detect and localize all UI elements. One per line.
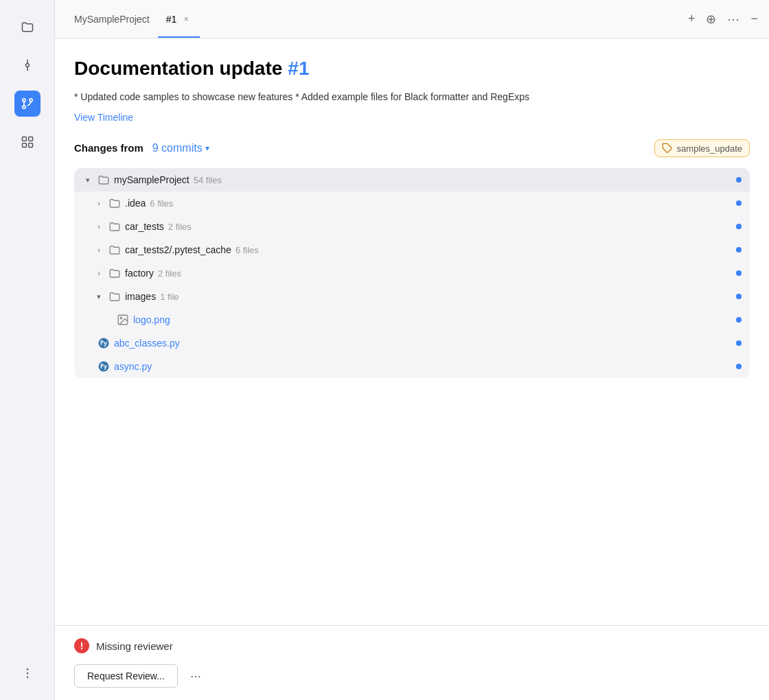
file-async-py-name: async.py: [114, 361, 152, 372]
root-folder-name: mySampleProject: [114, 174, 190, 185]
idea-dot: [736, 200, 742, 206]
topbar-actions: + ⊕ ⋯ −: [688, 12, 758, 27]
tab-project[interactable]: MySampleProject: [66, 0, 158, 38]
tab-project-label: MySampleProject: [74, 14, 150, 25]
python-icon-abc: Py: [97, 337, 110, 349]
pr-title-text: Documentation update: [74, 58, 282, 80]
chevron-down-icon: ▾: [82, 174, 93, 185]
changes-from-text: Changes from: [74, 142, 144, 154]
svg-point-5: [22, 106, 25, 108]
tag-icon: [662, 143, 673, 154]
svg-point-0: [25, 64, 29, 67]
tree-row-async-py[interactable]: Py async.py: [74, 355, 750, 378]
factory-dot: [736, 270, 742, 276]
root-dot: [736, 177, 742, 183]
error-icon: !: [74, 638, 89, 653]
view-timeline-link[interactable]: View Timeline: [74, 112, 133, 123]
svg-rect-7: [28, 137, 32, 141]
svg-rect-9: [28, 143, 32, 148]
sidebar-item-folder[interactable]: [14, 14, 41, 40]
more-actions-button[interactable]: ⋯: [186, 666, 205, 686]
svg-point-3: [22, 99, 25, 102]
python-icon-async: Py: [97, 360, 110, 373]
folder-images-count: 1 file: [160, 292, 179, 302]
sidebar-item-grid[interactable]: [14, 129, 41, 155]
folder-idea-name: .idea: [125, 198, 146, 209]
bottom-section: ! Missing reviewer Request Review... ⋯: [55, 625, 769, 700]
svg-text:Py: Py: [100, 340, 107, 347]
async-py-dot: [736, 364, 742, 369]
overflow-menu-button[interactable]: ⋯: [727, 12, 739, 27]
folder-factory-name: factory: [125, 268, 154, 279]
tag-label: samples_update: [677, 143, 742, 154]
svg-point-10: [26, 668, 28, 670]
sidebar-item-more[interactable]: [14, 660, 41, 686]
add-button[interactable]: +: [688, 12, 696, 26]
image-file-icon: [117, 314, 129, 326]
tree-row-car-tests[interactable]: › car_tests 2 files: [74, 215, 750, 238]
folder-icon-idea: [108, 197, 121, 209]
topbar: MySampleProject #1 × + ⊕ ⋯ −: [55, 0, 769, 38]
tab-pr-label: #1: [166, 14, 177, 25]
file-tree: ▾ mySampleProject 54 files › .idea 6 fil…: [74, 168, 750, 378]
chevron-right-icon-car-tests: ›: [93, 221, 104, 232]
abc-classes-dot: [736, 340, 742, 346]
root-folder-count: 54 files: [194, 175, 222, 185]
folder-icon-images: [108, 290, 121, 303]
chevron-right-icon-factory: ›: [93, 268, 104, 279]
svg-rect-6: [22, 137, 26, 141]
tree-row-pytest-cache[interactable]: › car_tests2/.pytest_cache 6 files: [74, 238, 750, 261]
sidebar-item-commit[interactable]: [14, 52, 41, 78]
pytest-dot: [736, 247, 742, 253]
folder-icon-root: [97, 174, 110, 186]
request-review-button[interactable]: Request Review...: [74, 664, 178, 688]
tree-row-images[interactable]: ▾ images 1 file: [74, 285, 750, 308]
pr-number: #1: [288, 58, 309, 80]
images-dot: [736, 294, 742, 299]
tree-row-logo-png[interactable]: logo.png: [74, 308, 750, 331]
changes-row: Changes from 9 commits ▾ samples_update: [74, 139, 750, 157]
svg-point-15: [120, 318, 122, 319]
chevron-right-icon-idea: ›: [93, 198, 104, 209]
logo-png-dot: [736, 317, 742, 323]
tree-row-abc-classes[interactable]: Py abc_classes.py: [74, 331, 750, 355]
target-button[interactable]: ⊕: [706, 12, 716, 27]
tag-badge: samples_update: [654, 139, 750, 157]
folder-car-tests-count: 2 files: [168, 222, 192, 232]
chevron-right-icon-pytest: ›: [93, 244, 104, 255]
folder-factory-count: 2 files: [158, 268, 181, 279]
pr-description: * Updated code samples to showcase new f…: [74, 89, 750, 104]
tab-close-button[interactable]: ×: [181, 14, 192, 25]
folder-icon-car-tests: [108, 220, 121, 233]
folder-car-tests-name: car_tests: [125, 221, 164, 232]
sidebar-item-pullrequest[interactable]: [14, 91, 41, 117]
actions-row: Request Review... ⋯: [74, 664, 750, 688]
main-panel: MySampleProject #1 × + ⊕ ⋯ − Documentati…: [55, 0, 769, 700]
tree-row-root[interactable]: ▾ mySampleProject 54 files: [74, 168, 750, 191]
svg-text:Py: Py: [100, 363, 107, 370]
file-abc-classes-name: abc_classes.py: [114, 338, 180, 349]
minimize-button[interactable]: −: [750, 12, 758, 26]
svg-point-4: [29, 99, 32, 102]
chevron-down-icon-images: ▾: [93, 291, 104, 302]
folder-pytest-count: 6 files: [236, 245, 259, 255]
svg-rect-8: [22, 143, 26, 148]
missing-reviewer-label: Missing reviewer: [96, 640, 173, 652]
car-tests-dot: [736, 224, 742, 229]
folder-pytest-name: car_tests2/.pytest_cache: [125, 244, 231, 255]
commits-count: 9 commits: [152, 142, 203, 154]
missing-reviewer-row: ! Missing reviewer: [74, 638, 750, 653]
tree-row-factory[interactable]: › factory 2 files: [74, 261, 750, 285]
folder-icon-factory: [108, 267, 121, 279]
folder-icon-pytest: [108, 244, 121, 256]
pr-title: Documentation update #1: [74, 58, 750, 80]
dropdown-chevron-icon: ▾: [205, 143, 209, 153]
sidebar: [0, 0, 55, 700]
commits-dropdown[interactable]: 9 commits ▾: [146, 142, 209, 154]
content-area: Documentation update #1 * Updated code s…: [55, 38, 769, 625]
svg-point-11: [26, 673, 28, 675]
folder-images-name: images: [125, 291, 156, 302]
tree-row-idea[interactable]: › .idea 6 files: [74, 191, 750, 215]
svg-point-12: [26, 677, 28, 679]
tab-pr[interactable]: #1 ×: [158, 0, 200, 38]
